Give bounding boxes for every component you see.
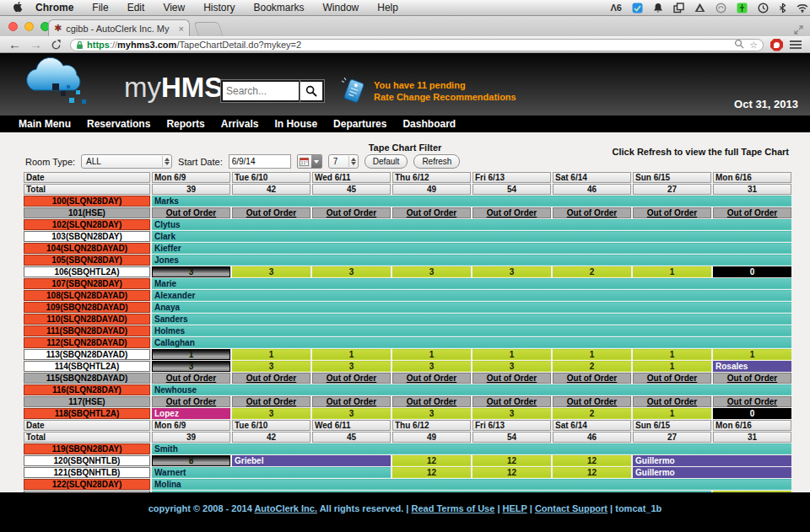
out-of-order-cell[interactable]: Out of Order xyxy=(152,373,230,384)
menubar-item-window[interactable]: Window xyxy=(323,2,359,13)
out-of-order-cell[interactable]: Out of Order xyxy=(472,373,551,384)
booking-cell[interactable]: Newhouse xyxy=(152,384,791,395)
booking-cell[interactable]: Callaghan xyxy=(152,337,791,348)
out-of-order-cell[interactable]: Out of Order xyxy=(553,207,631,218)
terms-link[interactable]: Read Terms of Use xyxy=(412,503,495,513)
autoclerk-link[interactable]: AutoClerk Inc. xyxy=(254,503,317,513)
refresh-button[interactable]: Refresh xyxy=(413,154,460,169)
out-of-order-cell[interactable]: Out of Order xyxy=(633,396,711,407)
adblock-stop-icon[interactable] xyxy=(770,39,783,51)
calendar-picker-button[interactable] xyxy=(297,154,322,169)
booking-cell[interactable]: Lopez xyxy=(152,408,230,419)
nav-item-departures[interactable]: Departures xyxy=(333,118,386,130)
room-type-select[interactable]: ALL xyxy=(81,154,172,169)
close-window-button[interactable] xyxy=(8,22,18,31)
out-of-order-cell[interactable]: Out of Order xyxy=(232,207,310,218)
out-of-order-cell[interactable]: Out of Order xyxy=(152,207,230,218)
dropbox-icon[interactable] xyxy=(632,2,643,13)
booking-cell[interactable]: Molina xyxy=(152,479,791,490)
booking-cell[interactable]: Warnert xyxy=(152,467,391,478)
out-of-order-cell[interactable]: Out of Order xyxy=(312,207,391,218)
forward-button[interactable]: → xyxy=(30,39,42,51)
nav-item-in-house[interactable]: In House xyxy=(274,118,317,130)
address-bar[interactable]: https://myhms3.com/TapeChartDetail.do?my… xyxy=(70,39,764,51)
total-value-cell: 54 xyxy=(472,432,551,443)
booking-cell[interactable]: Kieffer xyxy=(152,243,791,254)
out-of-order-cell[interactable]: Out of Order xyxy=(472,207,551,218)
menubar-item-view[interactable]: View xyxy=(163,2,185,13)
bell-icon[interactable] xyxy=(653,2,663,13)
booking-cell[interactable]: Jones xyxy=(152,255,791,266)
menubar-item-edit[interactable]: Edit xyxy=(127,2,145,13)
booking-cell[interactable]: Clytus xyxy=(152,219,791,230)
days-select[interactable]: 7 xyxy=(328,154,359,169)
booking-cell[interactable]: Marie xyxy=(152,278,791,289)
menubar-item-file[interactable]: File xyxy=(92,2,108,13)
browser-tab[interactable]: ✱ cgibb - AutoClerk Inc. My × xyxy=(48,19,190,36)
out-of-order-cell[interactable]: Out of Order xyxy=(553,373,631,384)
chrome-menu-icon[interactable] xyxy=(790,39,802,51)
battery-icon[interactable] xyxy=(737,2,748,13)
nav-item-arrivals[interactable]: Arrivals xyxy=(221,118,259,130)
out-of-order-cell[interactable]: Out of Order xyxy=(713,373,791,384)
menubar-item-chrome[interactable]: Chrome xyxy=(35,2,73,13)
out-of-order-cell[interactable]: Out of Order xyxy=(553,396,631,407)
new-tab-button[interactable] xyxy=(193,22,224,36)
bookmark-star-icon[interactable]: ☆ xyxy=(749,40,758,51)
out-of-order-cell[interactable]: Out of Order xyxy=(232,396,310,407)
booking-cell[interactable]: Smith xyxy=(152,443,791,454)
time-machine-icon[interactable] xyxy=(758,2,769,13)
booking-cell[interactable]: Marks xyxy=(152,196,791,207)
out-of-order-cell[interactable]: Out of Order xyxy=(392,207,471,218)
out-of-order-cell[interactable]: Out of Order xyxy=(713,396,791,407)
out-of-order-cell[interactable]: Out of Order xyxy=(312,373,391,384)
duplicate-icon[interactable] xyxy=(673,2,684,13)
search-input[interactable] xyxy=(221,80,300,102)
rate-tag-icon[interactable] xyxy=(341,77,368,109)
out-of-order-cell[interactable]: Out of Order xyxy=(633,373,711,384)
booking-cell[interactable]: Anaya xyxy=(152,302,791,313)
creative-cloud-icon[interactable] xyxy=(716,2,726,13)
notification-text[interactable]: You have 11 pending Rate Change Recommen… xyxy=(374,79,516,103)
ssl-lock-icon[interactable] xyxy=(76,40,84,50)
out-of-order-cell[interactable]: Out of Order xyxy=(152,396,230,407)
booking-cell[interactable]: Sanders xyxy=(152,314,791,325)
search-button[interactable] xyxy=(300,80,324,102)
booking-cell[interactable]: Guillermo xyxy=(633,467,791,478)
nav-item-main-menu[interactable]: Main Menu xyxy=(19,118,71,130)
booking-cell[interactable]: Holmes xyxy=(152,325,791,336)
back-button[interactable]: ← xyxy=(8,39,21,51)
room-label: 115(SBQN28DAYAD) xyxy=(24,373,150,384)
nav-item-reports[interactable]: Reports xyxy=(166,118,204,130)
out-of-order-cell[interactable]: Out of Order xyxy=(392,373,471,384)
booking-cell[interactable]: Clark xyxy=(152,231,791,242)
zoom-page-icon[interactable] xyxy=(734,39,744,51)
out-of-order-cell[interactable]: Out of Order xyxy=(472,396,551,407)
out-of-order-cell[interactable]: Out of Order xyxy=(312,396,391,407)
menubar-item-history[interactable]: History xyxy=(203,2,235,13)
menubar-item-help[interactable]: Help xyxy=(377,2,398,13)
booking-cell[interactable]: Rosales xyxy=(713,361,791,372)
default-button[interactable]: Default xyxy=(364,154,408,169)
reload-button[interactable] xyxy=(51,40,62,51)
tab-close-icon[interactable]: × xyxy=(179,24,184,34)
apple-icon[interactable] xyxy=(14,2,24,13)
nav-item-dashboard[interactable]: Dashboard xyxy=(402,118,456,130)
out-of-order-cell[interactable]: Out of Order xyxy=(713,207,791,218)
wifi-icon[interactable] xyxy=(796,2,808,13)
booking-cell[interactable]: Alexander xyxy=(152,290,791,301)
booking-cell[interactable]: Griebel xyxy=(232,455,391,466)
booking-cell[interactable]: Guillermo xyxy=(633,455,791,466)
gdrive-icon[interactable] xyxy=(694,2,705,13)
help-link[interactable]: HELP xyxy=(503,503,527,513)
minimize-window-button[interactable] xyxy=(24,22,34,31)
menubar-item-bookmarks[interactable]: Bookmarks xyxy=(254,2,305,13)
out-of-order-cell[interactable]: Out of Order xyxy=(392,396,471,407)
support-link[interactable]: Contact Support xyxy=(535,503,608,513)
out-of-order-cell[interactable]: Out of Order xyxy=(633,207,711,218)
nav-item-reservations[interactable]: Reservations xyxy=(87,118,150,130)
adobe-icon[interactable]: Λ6 xyxy=(611,2,622,13)
bluetooth-icon[interactable] xyxy=(779,2,786,13)
start-date-input[interactable] xyxy=(229,154,291,169)
out-of-order-cell[interactable]: Out of Order xyxy=(232,373,310,384)
